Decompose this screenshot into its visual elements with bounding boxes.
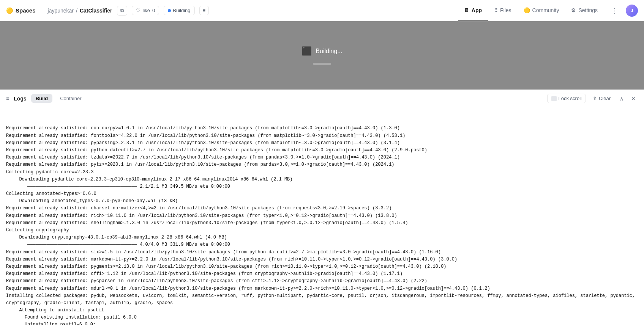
clear-icon: ⇧ bbox=[593, 96, 597, 101]
tab-settings-label: Settings bbox=[578, 7, 598, 13]
log-line: Requirement already satisfied: contourpy… bbox=[6, 125, 638, 132]
log-line: Downloading pydantic_core-2.23.3-cp310-c… bbox=[6, 176, 638, 183]
files-icon: ⠿ bbox=[494, 7, 498, 13]
clear-button[interactable]: ⇧ Clear bbox=[589, 94, 614, 103]
tab-settings[interactable]: ⚙ Settings bbox=[565, 0, 604, 21]
like-label: like bbox=[143, 8, 150, 13]
tab-files[interactable]: ⠿ Files bbox=[488, 0, 518, 21]
clear-label: Clear bbox=[599, 96, 611, 101]
user-avatar[interactable]: J bbox=[626, 5, 638, 17]
log-line: Downloading annotated_types-0.7.0-py3-no… bbox=[6, 198, 638, 205]
collapse-button[interactable]: ∧ bbox=[617, 94, 626, 103]
logs-toolbar: ≡ Logs Build Container Lock scroll ⇧ Cle… bbox=[0, 90, 644, 107]
repo-user: jaypunekar bbox=[48, 8, 74, 14]
log-line: Requirement already satisfied: rich>=10.… bbox=[6, 212, 638, 220]
building-area: ⬛ Building... bbox=[0, 21, 644, 89]
tab-community-label: Community bbox=[532, 7, 559, 13]
log-line: Found existing installation: psutil 6.0.… bbox=[6, 314, 638, 321]
tab-app[interactable]: 🖥 App bbox=[458, 0, 488, 21]
log-line: ━━━━━━━━━━━━━━━━━━━━━━━━━━━━━━━━━━━━━━━━… bbox=[6, 241, 638, 248]
app-icon: 🖥 bbox=[464, 7, 469, 13]
drag-handle[interactable] bbox=[313, 63, 331, 65]
log-line: Collecting annotated-types>=0.6.0 bbox=[6, 190, 638, 198]
community-icon: 🟡 bbox=[524, 7, 530, 13]
building-cube-icon: ⬛ bbox=[301, 46, 312, 56]
brand-logo[interactable]: 🟡 Spaces bbox=[6, 7, 36, 14]
copy-icon: ⧉ bbox=[120, 8, 124, 14]
logs-toggle-button[interactable]: ≡ bbox=[199, 6, 209, 15]
log-line: Requirement already satisfied: shellingh… bbox=[6, 220, 638, 227]
more-options-button[interactable]: ⋮ bbox=[608, 3, 621, 18]
building-indicator: ⬛ Building... bbox=[301, 46, 342, 56]
logs-panel-icon: ≡ bbox=[6, 96, 9, 102]
tab-community[interactable]: 🟡 Community bbox=[518, 0, 565, 21]
logs-tab-container[interactable]: Container bbox=[55, 94, 86, 103]
log-line: Attempting to uninstall: psutil bbox=[6, 307, 638, 314]
logo-label: Spaces bbox=[16, 7, 36, 14]
navbar: 🟡 Spaces jaypunekar / CatClassifier ⧉ ♡ … bbox=[0, 0, 644, 21]
log-line: ━━━━━━━━━━━━━━━━━━━━━━━━━━━━━━━━━━━━━━━━… bbox=[6, 183, 638, 190]
list-icon: ≡ bbox=[203, 8, 206, 13]
log-line: Requirement already satisfied: markdown-… bbox=[6, 256, 638, 263]
status-dot-icon bbox=[168, 9, 171, 12]
tab-app-label: App bbox=[472, 7, 482, 13]
heart-icon: ♡ bbox=[136, 8, 140, 13]
nav-tabs: 🖥 App ⠿ Files 🟡 Community ⚙ Settings bbox=[458, 0, 604, 21]
log-line: Requirement already satisfied: fonttools… bbox=[6, 132, 638, 140]
log-line: Requirement already satisfied: charset-n… bbox=[6, 205, 638, 212]
log-line: Requirement already satisfied: pyparsing… bbox=[6, 140, 638, 147]
log-line: Requirement already satisfied: pycparser… bbox=[6, 278, 638, 285]
tab-files-label: Files bbox=[500, 7, 511, 13]
repo-name: CatClassifier bbox=[80, 8, 112, 14]
log-line: Collecting cryptography bbox=[6, 227, 638, 234]
build-status-badge: Building bbox=[164, 6, 194, 15]
chevron-up-icon: ∧ bbox=[620, 96, 623, 102]
like-count: 0 bbox=[152, 8, 155, 13]
log-line: Requirement already satisfied: tzdata>=2… bbox=[6, 154, 638, 161]
repo-info: jaypunekar / CatClassifier bbox=[48, 8, 112, 14]
log-line: Requirement already satisfied: cffi>=1.1… bbox=[6, 270, 638, 278]
logs-content: Requirement already satisfied: contourpy… bbox=[0, 107, 644, 325]
log-line: Uninstalling psutil-6.0.0: bbox=[6, 321, 638, 325]
log-line: Requirement already satisfied: pygments>… bbox=[6, 263, 638, 270]
avatar-initials: J bbox=[631, 8, 633, 13]
logo-emoji: 🟡 bbox=[6, 7, 13, 14]
close-logs-button[interactable]: ✕ bbox=[629, 94, 638, 103]
log-line: Requirement already satisfied: mdurl~=0.… bbox=[6, 285, 638, 292]
log-line: Requirement already satisfied: six>=1.5 … bbox=[6, 249, 638, 256]
logs-tab-build[interactable]: Build bbox=[31, 94, 53, 103]
logs-panel: ≡ Logs Build Container Lock scroll ⇧ Cle… bbox=[0, 89, 644, 325]
lock-scroll-label: Lock scroll bbox=[559, 96, 582, 101]
copy-link-button[interactable]: ⧉ bbox=[117, 6, 127, 16]
status-label: Building bbox=[173, 8, 190, 13]
more-icon: ⋮ bbox=[611, 7, 618, 14]
repo-separator: / bbox=[76, 8, 77, 14]
lock-scroll-button[interactable]: Lock scroll bbox=[547, 94, 586, 103]
log-line: Requirement already satisfied: pytz>=202… bbox=[6, 161, 638, 168]
log-line: Requirement already satisfied: python-da… bbox=[6, 147, 638, 154]
log-line: Collecting pydantic-core==2.23.3 bbox=[6, 169, 638, 176]
log-line: Downloading cryptography-43.0.1-cp39-abi… bbox=[6, 234, 638, 241]
logs-title: Logs bbox=[14, 96, 26, 102]
building-label: Building... bbox=[316, 48, 342, 55]
lock-scroll-dot-icon bbox=[551, 96, 557, 101]
close-icon: ✕ bbox=[631, 96, 636, 102]
like-button[interactable]: ♡ like 0 bbox=[132, 6, 159, 15]
log-line: Installing collected packages: pydub, we… bbox=[6, 292, 638, 307]
settings-icon: ⚙ bbox=[571, 7, 576, 13]
